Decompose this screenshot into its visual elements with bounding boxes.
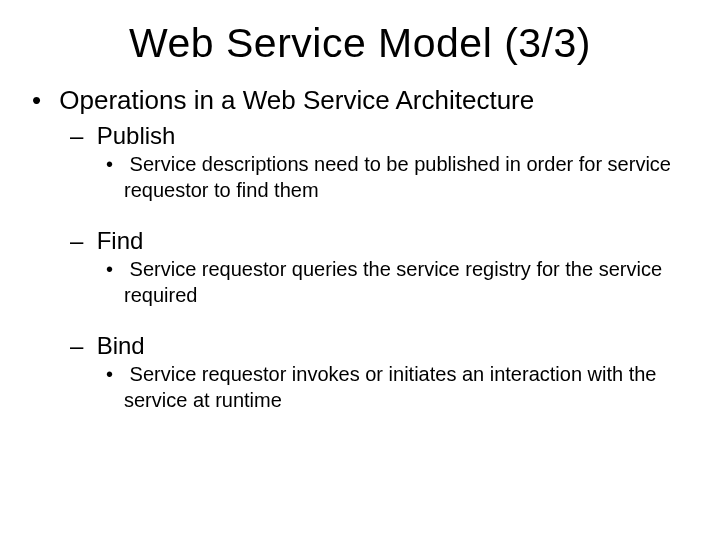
main-bullet-text: Operations in a Web Service Architecture (59, 85, 534, 115)
bullet-list-level3: Service descriptions need to be publishe… (106, 152, 684, 203)
section-detail: Service requestor invokes or initiates a… (124, 363, 657, 411)
section-heading: Publish (97, 122, 176, 149)
list-item: Find Service requestor queries the servi… (70, 227, 684, 308)
section-heading: Bind (97, 332, 145, 359)
bullet-list-level1: Operations in a Web Service Architecture… (36, 85, 684, 414)
bullet-list-level3: Service requestor queries the service re… (106, 257, 684, 308)
list-item: Service descriptions need to be publishe… (106, 152, 684, 203)
list-item: Operations in a Web Service Architecture… (36, 85, 684, 414)
list-item: Service requestor invokes or initiates a… (106, 362, 684, 413)
bullet-list-level2: Publish Service descriptions need to be … (70, 122, 684, 414)
section-detail: Service descriptions need to be publishe… (124, 153, 671, 201)
section-detail: Service requestor queries the service re… (124, 258, 662, 306)
bullet-list-level3: Service requestor invokes or initiates a… (106, 362, 684, 413)
list-item: Service requestor queries the service re… (106, 257, 684, 308)
slide: Web Service Model (3/3) Operations in a … (0, 0, 720, 458)
section-heading: Find (97, 227, 144, 254)
list-item: Publish Service descriptions need to be … (70, 122, 684, 203)
list-item: Bind Service requestor invokes or initia… (70, 332, 684, 413)
slide-title: Web Service Model (3/3) (36, 20, 684, 67)
